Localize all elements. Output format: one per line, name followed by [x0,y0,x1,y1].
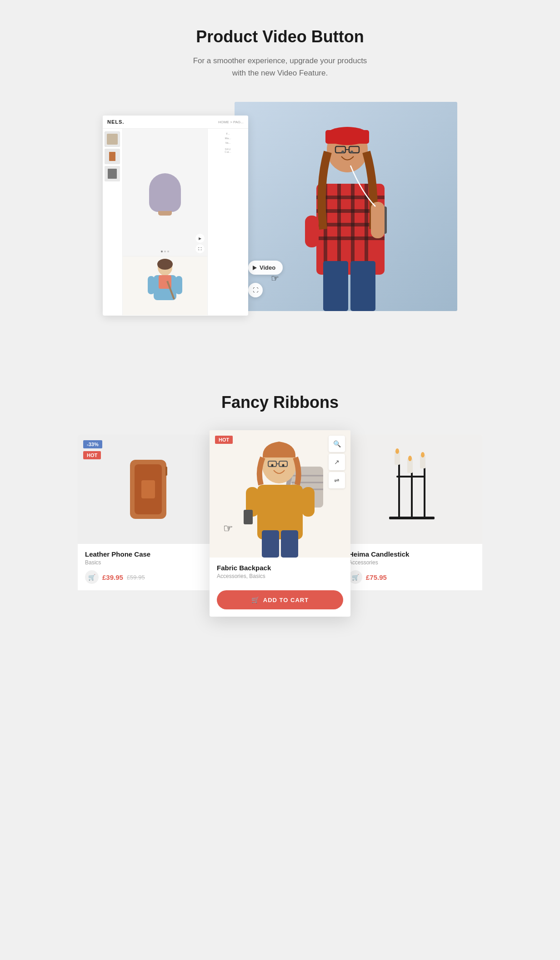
video-section-title: Product Video Button [18,27,542,46]
product-card-center: HOT 🔍 ↗ ⇌ [210,430,350,617]
svg-rect-18 [350,261,375,311]
backpack-container [149,173,181,212]
svg-point-46 [282,464,285,467]
add-to-cart-label: ADD TO CART [263,597,309,603]
product-thumbnails [103,129,123,315]
svg-rect-48 [398,462,400,519]
video-bg: Video ☞ ⛶ [235,102,457,311]
svg-point-28 [341,151,344,153]
product-card-info-left: Leather Phone Case Basics 🛒 £39.95 £59.9… [78,544,219,590]
svg-rect-51 [396,476,425,477]
phone-case [130,460,166,519]
play-icon [253,266,257,270]
backpack-shape [149,173,181,212]
woman-video-svg [235,102,457,311]
ribbon-discount: -33% [83,440,102,448]
price-original-left: £59.95 [127,574,145,581]
add-to-cart-icon: 🛒 [251,596,260,603]
svg-rect-4 [148,276,155,294]
product-card-right: Heima Candlestick Accessories 🛒 £75.95 [341,435,482,590]
ribbon-hot-left: HOT [83,451,101,459]
hand-cursor-center: ☞ [223,522,233,535]
backpack-strap [158,211,172,216]
product-card-image-right [341,435,482,544]
svg-rect-49 [411,471,413,519]
product-page-card: NELS. HOME > PAG... [103,116,248,316]
product-info-panel: F... Ma... Va... SKU: Cat... [207,129,248,315]
ribbon-hot-center: HOT [215,436,233,444]
product-info-name: F... [210,132,245,135]
product-page-header: NELS. HOME > PAG... [103,116,248,129]
video-showcase: NELS. HOME > PAG... [103,102,457,329]
search-action-btn[interactable]: 🔍 [329,436,345,452]
svg-rect-50 [424,467,425,519]
video-btn-label: Video [260,264,275,271]
card-actions-center: 🔍 ↗ ⇌ [329,436,345,488]
price-current-left: £39.95 [102,573,123,581]
image-dots [159,249,171,254]
product-name-right: Heima Candlestick [349,550,475,558]
svg-point-45 [271,464,274,467]
product-category-center: Accessories, Basics [217,573,343,579]
cursor-icon: ☞ [271,273,279,284]
add-to-cart-button[interactable]: 🛒 ADD TO CART [217,590,343,609]
svg-point-57 [421,452,425,457]
person-card-svg [138,256,192,315]
product-info-desc: Ma... [210,137,245,140]
store-nav: HOME > PAG... [218,120,244,124]
product-price-row-right: 🛒 £75.95 [349,570,475,584]
thumb-2[interactable] [105,149,120,164]
price-current-right: £75.95 [366,573,387,581]
svg-point-55 [395,448,399,454]
cart-circle-right[interactable]: 🛒 [349,570,362,584]
product-main-image: ▶ ⛶ [123,129,207,315]
video-section-subtitle: For a smoother experience, upgrade your … [18,55,542,79]
svg-point-29 [350,151,353,153]
video-section: Product Video Button For a smoother expe… [0,0,560,366]
svg-rect-21 [325,130,369,144]
svg-point-1 [157,259,173,270]
product-card-left: -33% HOT Leather Phone Case Basics 🛒 £39… [78,435,219,590]
control-btn-play[interactable]: ▶ [195,234,205,243]
product-category-left: Basics [85,559,211,566]
product-price-row-left: 🛒 £39.95 £59.95 [85,570,211,584]
svg-rect-44 [244,510,253,524]
main-image-area: ▶ ⛶ [123,129,207,256]
product-card-image-center: HOT 🔍 ↗ ⇌ [210,430,350,558]
svg-rect-17 [323,261,348,311]
products-row: -33% HOT Leather Phone Case Basics 🛒 £39… [36,435,524,617]
product-info-cat: Cat... [210,151,245,153]
control-btn-expand[interactable]: ⛶ [195,244,205,253]
video-main-image: Video ☞ ⛶ [235,102,457,311]
product-person-area [123,256,207,315]
share-action-btn[interactable]: ↗ [329,454,345,470]
ribbons-section-title: Fancy Ribbons [36,393,524,412]
product-card-info-right: Heima Candlestick Accessories 🛒 £75.95 [341,544,482,590]
product-name-left: Leather Phone Case [85,550,211,558]
svg-rect-27 [305,216,319,247]
product-card-image-left: -33% HOT [78,435,219,544]
thumb-3[interactable] [105,166,120,181]
candlestick-svg [380,448,444,530]
svg-rect-5 [175,276,182,294]
svg-rect-41 [281,530,298,558]
store-logo: NELS. [107,119,124,125]
svg-rect-26 [371,202,385,238]
shuffle-action-btn[interactable]: ⇌ [329,472,345,488]
svg-rect-43 [302,487,315,517]
person-backpack-svg [221,430,339,558]
dot-2 [164,251,166,252]
product-page-body: ▶ ⛶ [103,129,248,315]
svg-point-56 [408,456,412,461]
product-category-right: Accessories [349,559,475,566]
dot-3 [167,251,169,252]
main-image-controls: ▶ ⛶ [195,234,205,253]
thumb-1[interactable] [105,131,120,147]
product-info-var: Va... [210,141,245,144]
product-card-info-center: Fabric Backpack Accessories, Basics [210,558,350,590]
svg-rect-40 [262,530,279,558]
ribbons-section: Fancy Ribbons -33% HOT Leather Phone Cas… [0,366,560,662]
cart-circle-left[interactable]: 🛒 [85,570,99,584]
dot-1 [161,251,163,252]
product-name-center: Fabric Backpack [217,564,343,572]
